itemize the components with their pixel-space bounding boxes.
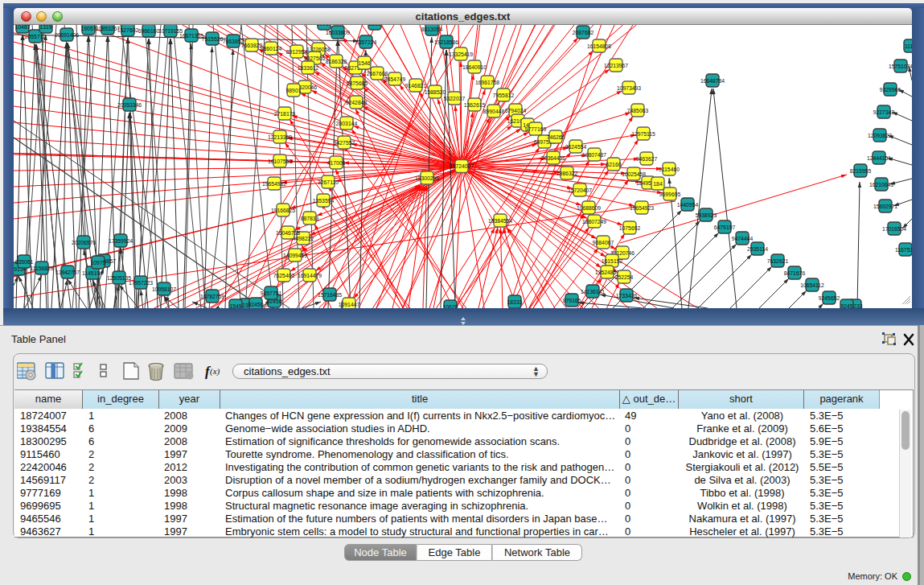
svg-text:184: 184 xyxy=(653,181,663,187)
svg-text:3624554: 3624554 xyxy=(565,144,587,150)
svg-text:98901: 98901 xyxy=(286,88,302,93)
svg-text:15692971: 15692971 xyxy=(873,204,897,209)
svg-text:5938923: 5938923 xyxy=(696,212,717,218)
svg-text:7632621: 7632621 xyxy=(767,258,789,264)
svg-text:9474444: 9474444 xyxy=(732,236,754,241)
svg-text:10628: 10628 xyxy=(443,304,458,309)
svg-text:8531: 8531 xyxy=(368,25,380,27)
svg-text:7515526: 7515526 xyxy=(202,36,224,42)
svg-text:12444151: 12444151 xyxy=(867,155,891,161)
svg-text:10975: 10975 xyxy=(91,260,106,266)
svg-text:16046738: 16046738 xyxy=(276,230,300,236)
svg-text:12505135: 12505135 xyxy=(107,275,131,281)
svg-text:9457791: 9457791 xyxy=(261,290,282,296)
svg-text:7663822: 7663822 xyxy=(241,43,263,48)
svg-text:18807249: 18807249 xyxy=(582,219,606,225)
svg-text:16782759: 16782759 xyxy=(200,294,224,299)
svg-text:16961758: 16961758 xyxy=(475,80,499,85)
svg-text:8813054: 8813054 xyxy=(421,27,443,32)
svg-text:9327505: 9327505 xyxy=(304,56,326,61)
svg-text:1527602: 1527602 xyxy=(117,27,139,33)
svg-text:62160: 62160 xyxy=(606,162,622,167)
svg-text:15720407: 15720407 xyxy=(568,187,592,193)
svg-text:18300295: 18300295 xyxy=(415,175,439,181)
svg-text:8471676: 8471676 xyxy=(784,270,806,276)
svg-text:18640910: 18640910 xyxy=(462,64,487,70)
svg-text:835061: 835061 xyxy=(15,259,34,265)
svg-text:1075692: 1075692 xyxy=(619,225,641,231)
svg-text:9084067: 9084067 xyxy=(593,240,614,245)
svg-text:16033809: 16033809 xyxy=(326,30,350,35)
svg-text:1440954: 1440954 xyxy=(677,202,699,208)
svg-text:7625402: 7625402 xyxy=(273,273,295,278)
svg-text:9463627: 9463627 xyxy=(636,156,658,162)
svg-text:15751074: 15751074 xyxy=(889,64,912,69)
svg-text:9115460: 9115460 xyxy=(659,167,680,172)
svg-text:19384554: 19384554 xyxy=(488,218,512,224)
svg-text:879165: 879165 xyxy=(563,298,581,303)
svg-text:17957223: 17957223 xyxy=(129,280,153,286)
svg-text:1319: 1319 xyxy=(39,25,51,30)
svg-text:2087682: 2087682 xyxy=(573,30,594,35)
svg-text:92450: 92450 xyxy=(248,302,264,307)
svg-text:(x): (x) xyxy=(210,366,220,377)
svg-text:1353594: 1353594 xyxy=(313,198,335,204)
svg-text:5322037: 5322037 xyxy=(444,96,466,101)
svg-text:16671355: 16671355 xyxy=(179,33,203,39)
svg-text:10025458: 10025458 xyxy=(622,171,646,177)
svg-text:13325419: 13325419 xyxy=(449,51,473,57)
svg-text:2667608: 2667608 xyxy=(367,71,388,76)
svg-text:417006: 417006 xyxy=(327,160,346,166)
svg-text:19037: 19037 xyxy=(317,25,332,27)
svg-text:16914479: 16914479 xyxy=(298,273,322,278)
svg-text:1833612: 1833612 xyxy=(298,65,319,71)
svg-text:8912954: 8912954 xyxy=(286,49,308,55)
svg-text:1091447: 1091447 xyxy=(339,302,360,307)
svg-text:1145194: 1145194 xyxy=(82,270,103,276)
svg-text:887833: 887833 xyxy=(301,216,319,221)
svg-text:17359924: 17359924 xyxy=(109,238,133,244)
svg-text:9699695: 9699695 xyxy=(659,192,681,197)
svg-text:7357224: 7357224 xyxy=(355,39,377,45)
svg-text:14136141: 14136141 xyxy=(581,289,605,295)
svg-text:20053346: 20053346 xyxy=(117,102,142,108)
svg-text:20364436: 20364436 xyxy=(541,155,565,161)
svg-text:9427552: 9427552 xyxy=(334,140,355,146)
svg-text:19654923: 19654923 xyxy=(630,205,654,211)
svg-text:12213967: 12213967 xyxy=(604,63,628,68)
svg-text:9245652: 9245652 xyxy=(819,295,840,301)
svg-text:252254: 252254 xyxy=(615,274,634,280)
svg-text:10654112: 10654112 xyxy=(800,282,824,288)
svg-text:16107553: 16107553 xyxy=(268,159,292,164)
svg-text:7485063: 7485063 xyxy=(627,108,649,113)
svg-text:19218586: 19218586 xyxy=(434,39,458,45)
svg-text:18333: 18333 xyxy=(507,299,523,305)
svg-text:18724007: 18724007 xyxy=(450,163,474,169)
svg-text:10487: 10487 xyxy=(15,25,31,30)
svg-text:10958107: 10958107 xyxy=(152,286,176,292)
svg-text:8186328: 8186328 xyxy=(326,59,347,64)
svg-text:13942757: 13942757 xyxy=(55,270,80,275)
svg-text:10688609: 10688609 xyxy=(577,205,601,211)
svg-text:20206576: 20206576 xyxy=(72,240,96,245)
svg-text:9329966: 9329966 xyxy=(880,87,901,93)
svg-text:16154808: 16154808 xyxy=(587,43,611,49)
svg-text:9242848: 9242848 xyxy=(346,100,368,105)
svg-text:19057: 19057 xyxy=(81,26,97,31)
svg-text:6479197: 6479197 xyxy=(714,225,736,230)
svg-text:15716485: 15716485 xyxy=(318,292,342,298)
svg-text:3267110: 3267110 xyxy=(318,179,339,185)
svg-text:9777169: 9777169 xyxy=(525,126,547,132)
svg-text:12093822: 12093822 xyxy=(868,133,892,138)
svg-text:5875685: 5875685 xyxy=(347,80,368,86)
svg-text:9146821: 9146821 xyxy=(405,83,427,89)
svg-text:17016504: 17016504 xyxy=(882,226,906,232)
svg-text:7955812: 7955812 xyxy=(493,93,515,98)
svg-text:2935114: 2935114 xyxy=(747,246,768,252)
svg-text:10973493: 10973493 xyxy=(617,85,641,91)
svg-text:9227342: 9227342 xyxy=(873,109,895,115)
svg-text:10853267: 10853267 xyxy=(96,26,120,31)
svg-text:9245: 9245 xyxy=(840,303,852,309)
svg-text:1112: 1112 xyxy=(905,43,912,49)
svg-text:1362615: 1362615 xyxy=(464,102,486,108)
